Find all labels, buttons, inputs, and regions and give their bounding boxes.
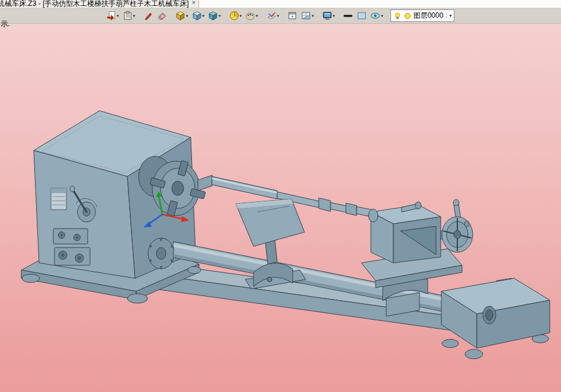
dropdown-caret[interactable]: ▾: [312, 14, 314, 18]
render-quality-button[interactable]: ▾: [227, 9, 244, 23]
spindle-flange[interactable]: [148, 238, 174, 269]
dropdown-caret[interactable]: ▾: [203, 14, 205, 18]
button-panel-lower[interactable]: [55, 248, 90, 265]
eraser-icon: [157, 11, 167, 21]
dropdown-caret[interactable]: ▾: [186, 14, 188, 18]
plane-axis-icon: [267, 11, 277, 21]
foot-block[interactable]: [441, 278, 550, 359]
dropdown-caret[interactable]: ▾: [381, 14, 383, 18]
grid-display-button[interactable]: ▾: [299, 9, 316, 23]
view-previous-button[interactable]: ▾: [104, 9, 121, 23]
dropdown-caret[interactable]: ▾: [219, 14, 221, 18]
clipboard-button[interactable]: ▾: [121, 9, 137, 23]
page-redo-icon: [106, 11, 116, 21]
eraser-button[interactable]: [155, 9, 169, 23]
visibility-button[interactable]: ▾: [368, 9, 385, 23]
swatch-blue-icon: [357, 11, 367, 21]
viewport-window-button[interactable]: [286, 9, 299, 23]
pen-red-icon: [143, 11, 153, 21]
pie-yellow-icon: [229, 11, 239, 21]
titlebar: 机械车床.Z3 - [手动仿型木工楼梯扶手葫芦柱子木工机械车床] ×: [0, 0, 561, 8]
lathe-model[interactable]: [21, 111, 550, 359]
cube-shaded-icon: [208, 11, 218, 21]
grid-plane-icon: [301, 11, 311, 21]
frame-icon: [287, 11, 297, 21]
eye-icon: [370, 11, 380, 21]
work-plane-button[interactable]: ▾: [265, 9, 281, 23]
tab-close-button[interactable]: ×: [192, 0, 195, 6]
view-orientation-button[interactable]: ▾: [174, 9, 190, 23]
layer-color-icon: [403, 12, 412, 20]
layer-combo[interactable]: 图层0000 ▾: [390, 9, 455, 22]
dropdown-caret[interactable]: ▾: [240, 14, 242, 18]
line-width-button[interactable]: [341, 9, 355, 23]
button-panel-upper[interactable]: [53, 229, 88, 244]
palette-icon: [245, 11, 255, 21]
viewport[interactable]: 示.: [0, 24, 561, 392]
dropdown-caret[interactable]: ▾: [133, 14, 136, 18]
screen-view-button[interactable]: ▾: [320, 9, 337, 23]
line-black-icon: [343, 11, 353, 21]
cube-blue-icon: [192, 11, 202, 21]
layer-combo-value: 图层0000: [413, 11, 444, 21]
layer-combo-caret[interactable]: ▾: [446, 13, 451, 18]
document-tab[interactable]: 机械车床.Z3 - [手动仿型木工楼梯扶手葫芦柱子木工机械车床] ×: [0, 0, 199, 8]
monitor-icon: [322, 11, 332, 21]
dropdown-caret[interactable]: ▾: [333, 14, 335, 18]
viewport-canvas[interactable]: [0, 24, 561, 392]
prompt-text: 示.: [1, 19, 9, 29]
background-color-button[interactable]: [355, 9, 368, 23]
appearance-palette-button[interactable]: ▾: [243, 9, 260, 23]
display-style-button[interactable]: ▾: [206, 9, 223, 23]
toolbar-buttons: ▾▾▾▾▾▾▾▾▾▾▾: [104, 9, 385, 23]
bulb-icon: [393, 12, 402, 20]
document-title: 机械车床.Z3 - [手动仿型木工楼梯扶手葫芦柱子木工机械车床]: [0, 0, 189, 8]
dropdown-caret[interactable]: ▾: [117, 14, 119, 18]
dropdown-caret[interactable]: ▾: [256, 14, 258, 18]
annotate-pen-button[interactable]: [142, 9, 155, 23]
clipboard-icon: [123, 11, 133, 21]
dropdown-caret[interactable]: ▾: [277, 14, 280, 18]
toolbar: ▾▾▾▾▾▾▾▾▾▾▾ 图层0000 ▾: [0, 8, 561, 24]
view-standard-button[interactable]: ▾: [190, 9, 207, 23]
tailstock-handwheel[interactable]: [442, 200, 473, 252]
cube-yellow-icon: [175, 11, 185, 21]
